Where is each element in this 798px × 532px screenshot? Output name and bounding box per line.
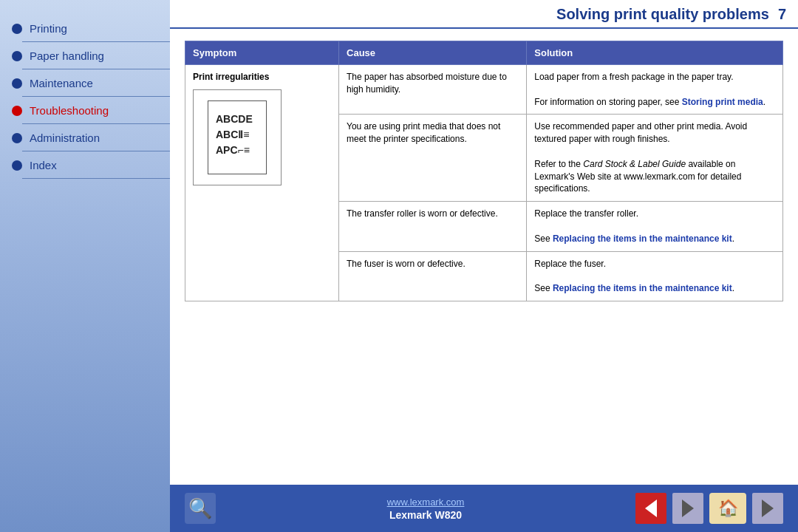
sidebar-dot-paper-handling [12,51,22,61]
doc-line-3: APC⌐≡ [216,143,253,158]
back-button[interactable] [635,493,666,524]
sidebar-label-index: Index [30,159,57,171]
doc-line-2: ABCⅡ≡ [216,127,253,143]
sidebar-item-maintenance[interactable]: Maintenance [0,69,170,97]
sidebar-item-paper-handling[interactable]: Paper handling [0,42,170,69]
sidebar-item-index[interactable]: Index [0,151,170,179]
solution-link-after-4: . [732,283,734,293]
solution2-prefix: Refer to the [534,159,583,169]
home-icon: 🏠 [718,499,738,518]
main-content: Symptom Cause Solution Print irregularit… [170,29,798,485]
page-title: Solving print quality problems [556,6,769,23]
sidebar-label-administration: Administration [30,132,100,144]
footer-right: 🏠 [635,493,783,524]
problem-table: Symptom Cause Solution Print irregularit… [185,41,783,301]
footer-url-link[interactable]: www.lexmark.com [387,497,465,508]
cause-cell-2: You are using print media that does not … [339,115,527,202]
sidebar-dot-maintenance [12,78,22,89]
solution-text-3: Replace the transfer roller. [534,208,638,219]
footer-center: www.lexmark.com Lexmark W820 [387,497,465,521]
back-arrow-icon [645,499,657,517]
solution-link-prefix-4: See [534,283,553,293]
footer-search-button[interactable]: 🔍 [185,493,216,524]
solution-link-4[interactable]: Replacing the items in the maintenance k… [553,283,732,293]
doc-icon: ABCDE ABCⅡ≡ APC⌐≡ [204,97,270,178]
table-header-row: Symptom Cause Solution [185,41,783,65]
solution-cell-1: Load paper from a fresh package in the p… [527,65,783,115]
symptom-label: Print irregularities [193,72,269,82]
sidebar-item-printing[interactable]: Printing [0,15,170,42]
footer-left: 🔍 [185,493,216,524]
cause-text-4: The fuser is worn or defective. [347,259,466,269]
content-area: Solving print quality problems 7 Symptom… [170,0,798,532]
cause-text-2: You are using print media that does not … [347,121,500,144]
sidebar-dot-troubleshooting [12,106,22,116]
solution-cell-3: Replace the transfer roller. See Replaci… [527,202,783,251]
cause-text-3: The transfer roller is worn or defective… [347,208,498,219]
solution-link-prefix-1: For information on storing paper, see [534,97,679,107]
sidebar-item-administration[interactable]: Administration [0,124,170,151]
solution-link-after-1: . [763,97,765,107]
footer: 🔍 www.lexmark.com Lexmark W820 🏠 [170,485,798,532]
page-number: 7 [778,6,786,23]
sidebar-dot-index [12,160,22,171]
solution-cell-4: Replace the fuser. See Replacing the ite… [527,251,783,301]
solution-text-2: Use recommended paper and other print me… [534,121,747,144]
cause-cell-1: The paper has absorbed moisture due to h… [339,65,527,115]
doc-page: ABCDE ABCⅡ≡ APC⌐≡ [208,100,267,174]
cause-cell-3: The transfer roller is worn or defective… [339,202,527,251]
solution-link-after-3: . [732,233,734,244]
forward-arrow-icon [682,499,694,517]
sidebar-label-paper-handling: Paper handling [30,50,104,62]
sidebar-dot-printing [12,24,22,34]
search-icon: 🔍 [188,497,212,520]
cause-cell-4: The fuser is worn or defective. [339,251,527,301]
solution-cell-2: Use recommended paper and other print me… [527,115,783,202]
next-button[interactable] [752,493,783,524]
sidebar-item-troubleshooting[interactable]: Troubleshooting [0,97,170,124]
sidebar-label-printing: Printing [30,22,67,35]
symptom-image: ABCDE ABCⅡ≡ APC⌐≡ [193,89,282,185]
sidebar: Printing Paper handling Maintenance Trou… [0,0,170,532]
col-header-symptom: Symptom [185,41,339,65]
page-header: Solving print quality problems 7 [170,0,798,29]
col-header-solution: Solution [527,41,783,65]
forward-button[interactable] [672,493,703,524]
doc-line-1: ABCDE [216,112,253,127]
col-header-cause: Cause [339,41,527,65]
doc-text-lines: ABCDE ABCⅡ≡ APC⌐≡ [216,112,253,158]
solution-link-prefix-3: See [534,233,553,244]
solution-text-4: Replace the fuser. [534,259,606,269]
sidebar-label-maintenance: Maintenance [30,77,93,89]
cause-text-1: The paper has absorbed moisture due to h… [347,72,507,95]
solution2-italic: Card Stock & Label Guide [583,159,686,169]
solution-link-1[interactable]: Storing print media [682,97,763,107]
symptom-cell: Print irregularities ABCDE ABCⅡ≡ APC⌐≡ [185,65,339,301]
sidebar-dot-administration [12,133,22,143]
footer-product-name: Lexmark W820 [389,509,462,521]
next-arrow-icon [762,499,774,517]
solution-link-3[interactable]: Replacing the items in the maintenance k… [553,233,732,244]
home-button[interactable]: 🏠 [709,493,746,524]
solution-text-1: Load paper from a fresh package in the p… [534,72,733,82]
table-row-1: Print irregularities ABCDE ABCⅡ≡ APC⌐≡ [185,65,783,115]
page-wrapper: Printing Paper handling Maintenance Trou… [0,0,798,532]
sidebar-label-troubleshooting: Troubleshooting [30,104,109,117]
